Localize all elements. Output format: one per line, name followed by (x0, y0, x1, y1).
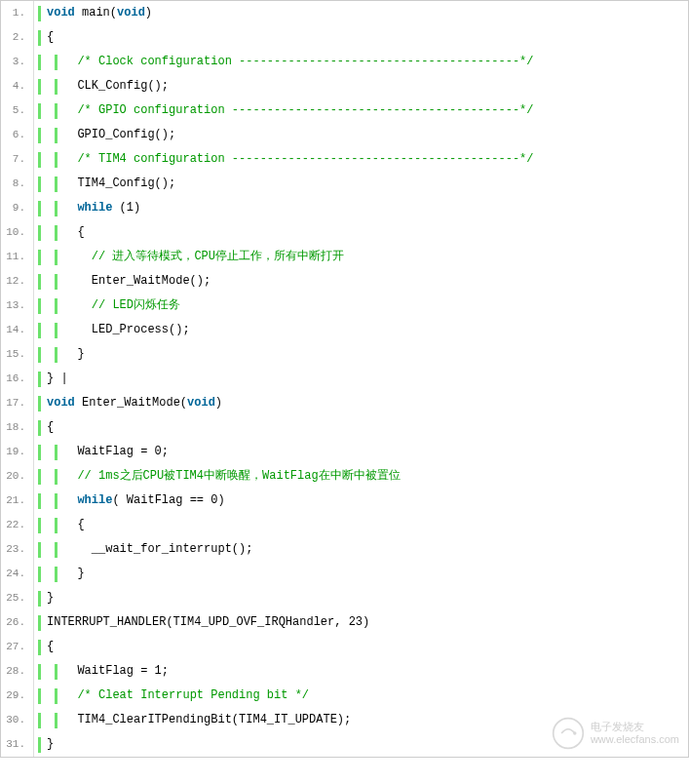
code-line: 7. /* TIM4 configuration ---------------… (1, 147, 688, 172)
code-content: } (41, 732, 54, 757)
code-content: Enter_WaitMode(); (57, 269, 211, 294)
code-content: { (57, 220, 85, 245)
code-line: 22. { (1, 513, 688, 537)
code-block: 1.void main(void)2.{3. /* Clock configur… (0, 0, 689, 758)
line-number: 7. (1, 147, 34, 172)
line-number: 5. (1, 98, 34, 123)
code-content: while (1) (57, 196, 140, 220)
line-number: 4. (1, 74, 34, 98)
line-number: 26. (1, 610, 34, 635)
code-line: 12. Enter_WaitMode(); (1, 269, 688, 294)
line-number: 2. (1, 25, 34, 50)
code-line: 5. /* GPIO configuration ---------------… (1, 98, 688, 123)
line-number: 1. (1, 1, 34, 25)
line-number: 6. (1, 123, 34, 147)
code-line: 16.} | (1, 367, 688, 391)
code-line: 8. TIM4_Config(); (1, 172, 688, 196)
line-number: 14. (1, 318, 34, 342)
code-content: { (41, 25, 54, 50)
code-content: __wait_for_interrupt(); (57, 537, 252, 562)
logo-icon (552, 717, 585, 750)
code-content: // 1ms之后CPU被TIM4中断唤醒，WaitFlag在中断中被置位 (57, 464, 401, 489)
code-line: 23. __wait_for_interrupt(); (1, 537, 688, 562)
code-line: 17.void Enter_WaitMode(void) (1, 391, 688, 415)
line-number: 13. (1, 294, 34, 318)
line-number: 24. (1, 562, 34, 586)
line-number: 10. (1, 220, 34, 245)
code-content: INTERRUPT_HANDLER(TIM4_UPD_OVF_IRQHandle… (41, 610, 369, 635)
code-content: TIM4_ClearITPendingBit(TIM4_IT_UPDATE); (57, 708, 351, 732)
code-line: 21. while( WaitFlag == 0) (1, 489, 688, 513)
code-content: TIM4_Config(); (57, 172, 175, 196)
code-content: } (57, 562, 85, 586)
code-content: // 进入等待模式，CPU停止工作，所有中断打开 (57, 245, 344, 269)
code-line: 26.INTERRUPT_HANDLER(TIM4_UPD_OVF_IRQHan… (1, 610, 688, 635)
code-content: WaitFlag = 1; (57, 659, 169, 684)
code-content: } | (41, 367, 68, 391)
code-content: GPIO_Config(); (57, 123, 175, 147)
code-line: 25.} (1, 586, 688, 610)
code-content: /* Cleat Interrupt Pending bit */ (57, 684, 309, 708)
code-line: 1.void main(void) (1, 1, 688, 25)
code-content: } (41, 586, 54, 610)
line-number: 29. (1, 684, 34, 708)
code-line: 14. LED_Process(); (1, 318, 688, 342)
line-number: 8. (1, 172, 34, 196)
line-number: 23. (1, 537, 34, 562)
watermark-title: 电子发烧友 (591, 721, 679, 733)
code-line: 20. // 1ms之后CPU被TIM4中断唤醒，WaitFlag在中断中被置位 (1, 464, 688, 489)
svg-point-1 (573, 731, 576, 734)
code-line: 11. // 进入等待模式，CPU停止工作，所有中断打开 (1, 245, 688, 269)
code-content: void main(void) (41, 1, 152, 25)
code-line: 6. GPIO_Config(); (1, 123, 688, 147)
svg-point-0 (554, 719, 584, 749)
line-number: 30. (1, 708, 34, 732)
code-line: 10. { (1, 220, 688, 245)
code-line: 19. WaitFlag = 0; (1, 440, 688, 464)
line-number: 11. (1, 245, 34, 269)
code-line: 3. /* Clock configuration --------------… (1, 50, 688, 74)
line-number: 20. (1, 464, 34, 489)
code-content: /* TIM4 configuration ------------------… (57, 147, 533, 172)
code-line: 27.{ (1, 635, 688, 659)
code-line: 18.{ (1, 415, 688, 440)
code-content: { (41, 635, 54, 659)
line-number: 22. (1, 513, 34, 537)
code-line: 24. } (1, 562, 688, 586)
line-number: 9. (1, 196, 34, 220)
code-content: WaitFlag = 0; (57, 440, 169, 464)
code-line: 9. while (1) (1, 196, 688, 220)
line-number: 28. (1, 659, 34, 684)
line-number: 27. (1, 635, 34, 659)
line-number: 31. (1, 732, 34, 757)
code-content: while( WaitFlag == 0) (57, 489, 225, 513)
line-number: 15. (1, 342, 34, 367)
line-number: 16. (1, 367, 34, 391)
code-content: void Enter_WaitMode(void) (41, 391, 222, 415)
code-line: 13. // LED闪烁任务 (1, 294, 688, 318)
code-content: { (57, 513, 85, 537)
code-line: 2.{ (1, 25, 688, 50)
code-line: 29. /* Cleat Interrupt Pending bit */ (1, 684, 688, 708)
line-number: 25. (1, 586, 34, 610)
line-number: 19. (1, 440, 34, 464)
line-number: 17. (1, 391, 34, 415)
watermark-url: www.elecfans.com (591, 733, 679, 746)
code-content: // LED闪烁任务 (57, 294, 180, 318)
line-number: 3. (1, 50, 34, 74)
code-content: /* Clock configuration -----------------… (57, 50, 533, 74)
code-content: { (41, 415, 54, 440)
code-line: 15. } (1, 342, 688, 367)
line-number: 21. (1, 489, 34, 513)
line-number: 18. (1, 415, 34, 440)
code-content: LED_Process(); (57, 318, 190, 342)
watermark: 电子发烧友 www.elecfans.com (552, 717, 679, 750)
code-line: 28. WaitFlag = 1; (1, 659, 688, 684)
code-content: } (57, 342, 85, 367)
line-number: 12. (1, 269, 34, 294)
code-content: CLK_Config(); (57, 74, 169, 98)
code-line: 4. CLK_Config(); (1, 74, 688, 98)
code-content: /* GPIO configuration ------------------… (57, 98, 533, 123)
